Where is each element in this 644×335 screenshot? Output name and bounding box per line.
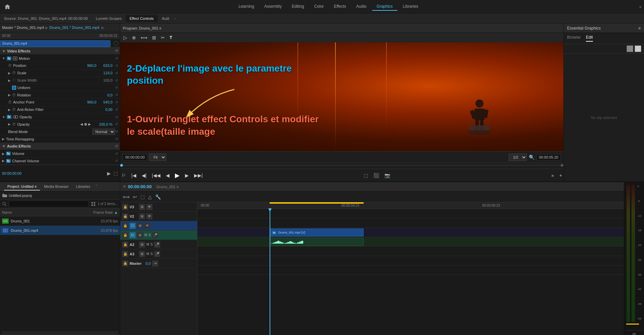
blend-mode-select[interactable]: Normal Multiply Screen	[92, 129, 115, 135]
lift-btn[interactable]: ⬚	[140, 194, 145, 200]
master-lock-btn[interactable]: 🔒	[122, 260, 128, 266]
work-area-bar[interactable]	[270, 202, 364, 204]
scale-row[interactable]: ▶ ⏱ Scale 119,0 ↺	[0, 70, 120, 77]
volume-reset[interactable]: ↺	[115, 152, 118, 156]
project-search-input[interactable]	[9, 201, 89, 207]
text-tool-btn[interactable]: T	[168, 34, 174, 41]
rotation-value[interactable]: 0,0	[92, 93, 112, 97]
opacity-reset[interactable]: ↺	[115, 122, 118, 126]
anchor-row[interactable]: ⏱ Anchor Point 960,0 540,0 ↺	[0, 99, 120, 106]
opacity-section-reset[interactable]: ↺	[115, 115, 118, 119]
project-scrollbar[interactable]	[1, 331, 119, 334]
tab-edit[interactable]: Edit	[586, 35, 593, 42]
proj-tab-libraries[interactable]: Libraries	[73, 183, 93, 191]
time-remapping-row[interactable]: ▶ Time Remapping ↺	[0, 135, 120, 143]
step-back2-btn[interactable]: ◀	[165, 172, 171, 179]
v1-sync-btn[interactable]: ⊞	[137, 223, 143, 229]
timeline-playhead[interactable]	[270, 209, 270, 335]
motion-row[interactable]: ▼ fx Motion ↺	[0, 55, 120, 62]
nav-graphics[interactable]: Graphics	[372, 3, 398, 11]
time-remapping-reset[interactable]: ↺	[115, 137, 118, 141]
anchor-reset[interactable]: ↺	[115, 100, 118, 104]
nav-learning[interactable]: Learning	[234, 3, 259, 11]
preview-timecode-right[interactable]: 00:00:05:20	[537, 154, 561, 160]
project-more-icon[interactable]: »	[96, 183, 98, 191]
nav-audio[interactable]: Audio	[352, 3, 371, 11]
grid-view-icon[interactable]	[91, 202, 96, 206]
ec-export-btn[interactable]: ⬚	[113, 171, 118, 176]
marker-btn[interactable]: ⚐	[120, 172, 127, 179]
v1-active-btn[interactable]: V1	[130, 223, 136, 229]
nav-color[interactable]: Color	[310, 3, 329, 11]
preview-timecode-left[interactable]: 00:00:00:00	[123, 154, 147, 160]
a3-sync-btn[interactable]: ⊞	[139, 251, 145, 257]
a2-lock-btn[interactable]: 🔒	[122, 242, 128, 248]
ratio-select[interactable]: 1/2	[509, 154, 527, 161]
anchor-stopwatch[interactable]: ⏱	[8, 100, 12, 104]
prev-keyframe-btn[interactable]: |◀	[130, 172, 138, 179]
v2-eye-btn[interactable]: 👁	[146, 213, 152, 219]
v3-eye-btn[interactable]: 👁	[146, 204, 152, 210]
video-effects-reset[interactable]: ↺	[115, 49, 118, 53]
uniform-reset[interactable]: ↺	[115, 86, 118, 89]
scale-value[interactable]: 119,0	[92, 71, 112, 75]
tab-browse[interactable]: Browse	[567, 35, 581, 42]
video-clip-v1[interactable]: fx Drums_001.mp4 [V]	[270, 228, 364, 237]
razor-btn[interactable]: ✂	[159, 34, 166, 41]
a3-lock-btn[interactable]: 🔒	[122, 251, 128, 257]
timeline-timecode[interactable]: 00:00:00:00	[128, 184, 152, 189]
opacity-section-row[interactable]: ▼ fx Opacity ↺	[0, 114, 120, 121]
step-forward-btn[interactable]: ▶	[184, 172, 190, 179]
goto-start-btn[interactable]: |◀◀	[150, 172, 162, 179]
ripple-edit-btn[interactable]: ⟺	[139, 34, 149, 41]
uniform-row[interactable]: Uniform ↺	[0, 84, 120, 91]
nav-libraries[interactable]: Libraries	[398, 3, 423, 11]
v3-sync-btn[interactable]: ⊞	[139, 204, 145, 210]
fit-select[interactable]: Fit	[149, 154, 166, 161]
v1-lock-btn[interactable]: 🔒	[122, 223, 128, 229]
a3-mic-btn[interactable]: 🎤	[154, 251, 160, 257]
scale-width-stopwatch[interactable]: ⏱	[12, 78, 16, 82]
rotation-reset[interactable]: ↺	[115, 93, 118, 97]
insert-btn[interactable]: ⬚	[362, 172, 369, 179]
add-btn[interactable]: +	[558, 172, 563, 179]
rate-stretch-btn[interactable]: ⊞	[151, 34, 157, 41]
position-row[interactable]: ⏱ Position 960,0 633,0 ↺	[0, 62, 120, 70]
position-y-value[interactable]: 633,0	[99, 64, 112, 68]
opacity-row[interactable]: ▶ ⏱ Opacity ◀ ▶ 100,0 % ↺	[0, 121, 120, 128]
project-item-drums001[interactable]: Drums_001 23,976 fps	[0, 216, 120, 226]
channel-volume-row[interactable]: ▶ fx Channel Volume ↺	[0, 158, 120, 165]
ec-clip-bar[interactable]: Drums_001.mp4	[0, 40, 110, 47]
nav-assembly[interactable]: Assembly	[260, 3, 286, 11]
master-goto-btn[interactable]: ⇥	[152, 260, 158, 266]
add-edit-btn[interactable]: ↩	[133, 194, 137, 200]
color-swatch-2[interactable]	[635, 45, 641, 52]
preview-timeline[interactable]	[120, 163, 563, 169]
a1-lock-btn[interactable]: 🔒	[122, 232, 128, 238]
opacity-stopwatch[interactable]: ⏱	[12, 122, 16, 126]
eg-menu-icon[interactable]: ≡	[638, 26, 641, 31]
panel-tab-audio[interactable]: Audi	[158, 15, 173, 22]
rotation-stopwatch[interactable]: ⏱	[12, 93, 16, 97]
project-item-drums001-mp4[interactable]: Drums_001.mp4 23,976 fps	[0, 226, 120, 235]
rotation-row[interactable]: ▶ ⏱ Rotation 0,0 ↺	[0, 91, 120, 99]
col-sort-icon[interactable]: ▲	[114, 210, 118, 214]
overwrite-btn[interactable]: ⬛	[372, 172, 380, 179]
a2-mic-btn[interactable]: 🎤	[154, 242, 160, 248]
v3-lock-btn[interactable]: 🔒	[122, 204, 128, 210]
step-back-btn[interactable]: ◀|	[140, 172, 148, 179]
motion-reset[interactable]: ↺	[115, 56, 118, 60]
track-select-btn[interactable]: ⊕	[131, 34, 137, 41]
track-row-a1[interactable]: ▁▃▅▇▅▃▁▂▄▆▄▂▁▃▅▇	[197, 237, 624, 247]
scale-width-value[interactable]: 100,0	[92, 78, 112, 82]
a1-sync-btn[interactable]: ⊞	[137, 232, 143, 238]
v2-sync-btn[interactable]: ⊞	[139, 213, 145, 219]
timeline-tracks-area[interactable]: 00:00 00:00:04:23 00:00:09:23	[197, 202, 624, 335]
position-reset[interactable]: ↺	[115, 64, 118, 68]
blend-mode-row[interactable]: Blend Mode Normal Multiply Screen ↺	[0, 128, 120, 135]
proj-tab-project[interactable]: Project: Untitled ≡	[4, 183, 40, 191]
playhead-dot[interactable]	[120, 164, 123, 167]
proj-tab-media-browser[interactable]: Media Browser	[41, 183, 72, 191]
ripple-delete-btn[interactable]: ⟺	[123, 194, 130, 200]
ec-clip-handle[interactable]	[114, 41, 119, 46]
